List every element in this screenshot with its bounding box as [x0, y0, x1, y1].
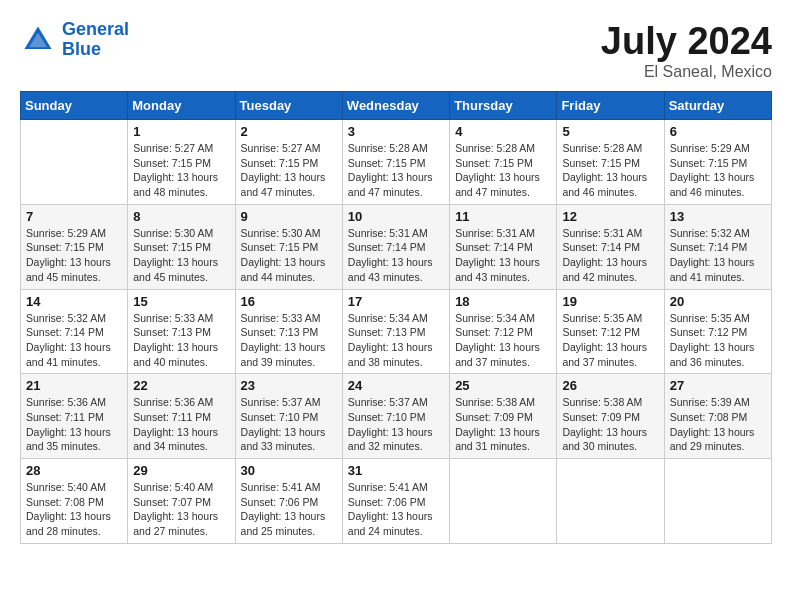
day-number: 21: [26, 378, 122, 393]
day-info: Sunrise: 5:37 AMSunset: 7:10 PMDaylight:…: [241, 395, 337, 454]
day-number: 19: [562, 294, 658, 309]
day-cell: 19Sunrise: 5:35 AMSunset: 7:12 PMDayligh…: [557, 289, 664, 374]
week-row-5: 28Sunrise: 5:40 AMSunset: 7:08 PMDayligh…: [21, 459, 772, 544]
day-info: Sunrise: 5:32 AMSunset: 7:14 PMDaylight:…: [26, 311, 122, 370]
day-number: 29: [133, 463, 229, 478]
day-info: Sunrise: 5:36 AMSunset: 7:11 PMDaylight:…: [26, 395, 122, 454]
logo: General Blue: [20, 20, 129, 60]
day-info: Sunrise: 5:32 AMSunset: 7:14 PMDaylight:…: [670, 226, 766, 285]
day-cell: 30Sunrise: 5:41 AMSunset: 7:06 PMDayligh…: [235, 459, 342, 544]
day-info: Sunrise: 5:28 AMSunset: 7:15 PMDaylight:…: [348, 141, 444, 200]
day-info: Sunrise: 5:36 AMSunset: 7:11 PMDaylight:…: [133, 395, 229, 454]
day-info: Sunrise: 5:31 AMSunset: 7:14 PMDaylight:…: [562, 226, 658, 285]
day-info: Sunrise: 5:35 AMSunset: 7:12 PMDaylight:…: [670, 311, 766, 370]
logo-line2: Blue: [62, 39, 101, 59]
day-cell: 17Sunrise: 5:34 AMSunset: 7:13 PMDayligh…: [342, 289, 449, 374]
day-info: Sunrise: 5:34 AMSunset: 7:12 PMDaylight:…: [455, 311, 551, 370]
day-info: Sunrise: 5:27 AMSunset: 7:15 PMDaylight:…: [241, 141, 337, 200]
day-info: Sunrise: 5:30 AMSunset: 7:15 PMDaylight:…: [241, 226, 337, 285]
day-number: 22: [133, 378, 229, 393]
day-number: 17: [348, 294, 444, 309]
day-number: 26: [562, 378, 658, 393]
day-number: 20: [670, 294, 766, 309]
week-row-4: 21Sunrise: 5:36 AMSunset: 7:11 PMDayligh…: [21, 374, 772, 459]
day-cell: 7Sunrise: 5:29 AMSunset: 7:15 PMDaylight…: [21, 204, 128, 289]
day-info: Sunrise: 5:31 AMSunset: 7:14 PMDaylight:…: [455, 226, 551, 285]
day-number: 7: [26, 209, 122, 224]
day-cell: 10Sunrise: 5:31 AMSunset: 7:14 PMDayligh…: [342, 204, 449, 289]
day-cell: 29Sunrise: 5:40 AMSunset: 7:07 PMDayligh…: [128, 459, 235, 544]
day-number: 4: [455, 124, 551, 139]
day-cell: 23Sunrise: 5:37 AMSunset: 7:10 PMDayligh…: [235, 374, 342, 459]
day-info: Sunrise: 5:27 AMSunset: 7:15 PMDaylight:…: [133, 141, 229, 200]
day-info: Sunrise: 5:37 AMSunset: 7:10 PMDaylight:…: [348, 395, 444, 454]
weekday-header-wednesday: Wednesday: [342, 92, 449, 120]
day-number: 2: [241, 124, 337, 139]
day-cell: 20Sunrise: 5:35 AMSunset: 7:12 PMDayligh…: [664, 289, 771, 374]
day-number: 12: [562, 209, 658, 224]
day-number: 27: [670, 378, 766, 393]
day-info: Sunrise: 5:33 AMSunset: 7:13 PMDaylight:…: [133, 311, 229, 370]
day-number: 30: [241, 463, 337, 478]
day-cell: 15Sunrise: 5:33 AMSunset: 7:13 PMDayligh…: [128, 289, 235, 374]
day-info: Sunrise: 5:41 AMSunset: 7:06 PMDaylight:…: [348, 480, 444, 539]
day-number: 5: [562, 124, 658, 139]
day-cell: 6Sunrise: 5:29 AMSunset: 7:15 PMDaylight…: [664, 120, 771, 205]
day-cell: 13Sunrise: 5:32 AMSunset: 7:14 PMDayligh…: [664, 204, 771, 289]
header: General Blue July 2024 El Saneal, Mexico: [20, 20, 772, 81]
calendar-subtitle: El Saneal, Mexico: [601, 63, 772, 81]
day-cell: 21Sunrise: 5:36 AMSunset: 7:11 PMDayligh…: [21, 374, 128, 459]
weekday-header-tuesday: Tuesday: [235, 92, 342, 120]
day-number: 18: [455, 294, 551, 309]
weekday-header-thursday: Thursday: [450, 92, 557, 120]
day-info: Sunrise: 5:38 AMSunset: 7:09 PMDaylight:…: [562, 395, 658, 454]
logo-icon: [20, 22, 56, 58]
logo-line1: General: [62, 19, 129, 39]
day-cell: 16Sunrise: 5:33 AMSunset: 7:13 PMDayligh…: [235, 289, 342, 374]
day-number: 23: [241, 378, 337, 393]
day-cell: 4Sunrise: 5:28 AMSunset: 7:15 PMDaylight…: [450, 120, 557, 205]
day-info: Sunrise: 5:28 AMSunset: 7:15 PMDaylight:…: [455, 141, 551, 200]
day-cell: 18Sunrise: 5:34 AMSunset: 7:12 PMDayligh…: [450, 289, 557, 374]
day-info: Sunrise: 5:33 AMSunset: 7:13 PMDaylight:…: [241, 311, 337, 370]
day-number: 25: [455, 378, 551, 393]
day-cell: 9Sunrise: 5:30 AMSunset: 7:15 PMDaylight…: [235, 204, 342, 289]
day-cell: 5Sunrise: 5:28 AMSunset: 7:15 PMDaylight…: [557, 120, 664, 205]
calendar-title: July 2024: [601, 20, 772, 63]
day-info: Sunrise: 5:35 AMSunset: 7:12 PMDaylight:…: [562, 311, 658, 370]
weekday-header-row: SundayMondayTuesdayWednesdayThursdayFrid…: [21, 92, 772, 120]
day-number: 14: [26, 294, 122, 309]
day-info: Sunrise: 5:39 AMSunset: 7:08 PMDaylight:…: [670, 395, 766, 454]
day-info: Sunrise: 5:30 AMSunset: 7:15 PMDaylight:…: [133, 226, 229, 285]
day-cell: 28Sunrise: 5:40 AMSunset: 7:08 PMDayligh…: [21, 459, 128, 544]
day-info: Sunrise: 5:38 AMSunset: 7:09 PMDaylight:…: [455, 395, 551, 454]
day-cell: [557, 459, 664, 544]
day-number: 15: [133, 294, 229, 309]
day-number: 24: [348, 378, 444, 393]
day-cell: 12Sunrise: 5:31 AMSunset: 7:14 PMDayligh…: [557, 204, 664, 289]
day-number: 11: [455, 209, 551, 224]
day-number: 31: [348, 463, 444, 478]
day-cell: [21, 120, 128, 205]
calendar-table: SundayMondayTuesdayWednesdayThursdayFrid…: [20, 91, 772, 544]
day-info: Sunrise: 5:40 AMSunset: 7:08 PMDaylight:…: [26, 480, 122, 539]
day-cell: 22Sunrise: 5:36 AMSunset: 7:11 PMDayligh…: [128, 374, 235, 459]
title-area: July 2024 El Saneal, Mexico: [601, 20, 772, 81]
weekday-header-sunday: Sunday: [21, 92, 128, 120]
day-number: 16: [241, 294, 337, 309]
week-row-1: 1Sunrise: 5:27 AMSunset: 7:15 PMDaylight…: [21, 120, 772, 205]
weekday-header-monday: Monday: [128, 92, 235, 120]
day-cell: 11Sunrise: 5:31 AMSunset: 7:14 PMDayligh…: [450, 204, 557, 289]
day-number: 3: [348, 124, 444, 139]
day-info: Sunrise: 5:34 AMSunset: 7:13 PMDaylight:…: [348, 311, 444, 370]
day-info: Sunrise: 5:41 AMSunset: 7:06 PMDaylight:…: [241, 480, 337, 539]
day-cell: 24Sunrise: 5:37 AMSunset: 7:10 PMDayligh…: [342, 374, 449, 459]
day-number: 13: [670, 209, 766, 224]
day-info: Sunrise: 5:29 AMSunset: 7:15 PMDaylight:…: [670, 141, 766, 200]
day-cell: [450, 459, 557, 544]
day-cell: 8Sunrise: 5:30 AMSunset: 7:15 PMDaylight…: [128, 204, 235, 289]
day-cell: 25Sunrise: 5:38 AMSunset: 7:09 PMDayligh…: [450, 374, 557, 459]
day-cell: 26Sunrise: 5:38 AMSunset: 7:09 PMDayligh…: [557, 374, 664, 459]
weekday-header-friday: Friday: [557, 92, 664, 120]
day-info: Sunrise: 5:29 AMSunset: 7:15 PMDaylight:…: [26, 226, 122, 285]
